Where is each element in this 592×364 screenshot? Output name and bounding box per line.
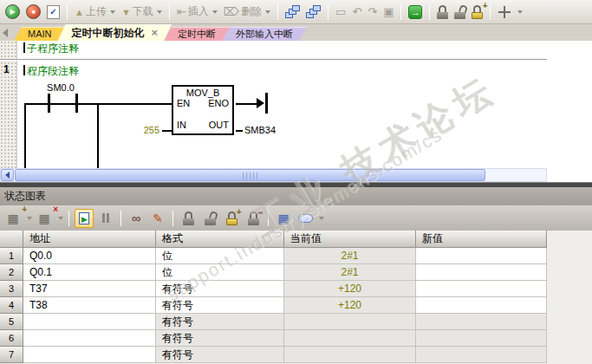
contact-operand[interactable]: SM0.0: [40, 82, 81, 93]
download-button[interactable]: ▼ 下载: [120, 3, 164, 22]
insert-row-button[interactable]: ▦ +: [3, 209, 23, 228]
read-all-button[interactable]: ∞: [127, 209, 146, 228]
contact-right-bar[interactable]: [75, 94, 78, 113]
tab-external-input-interrupt[interactable]: 外部输入中断: [222, 27, 307, 41]
format-cell[interactable]: 有符号: [156, 281, 284, 297]
current-value-cell[interactable]: [284, 347, 416, 363]
branch-tool-button[interactable]: [496, 3, 513, 22]
subroutine-comment[interactable]: 子程序注释: [27, 42, 79, 56]
force-button[interactable]: [435, 3, 450, 22]
pin-in: IN: [177, 120, 186, 130]
address-cell[interactable]: Q0.0: [23, 248, 156, 264]
row-number[interactable]: 2: [0, 264, 23, 281]
row-number[interactable]: 5: [0, 314, 23, 330]
row-number[interactable]: 4: [0, 297, 23, 314]
window-button[interactable]: ▭: [334, 3, 348, 22]
tab-main[interactable]: MAIN: [14, 27, 66, 41]
stop-mode-button[interactable]: ■: [24, 3, 42, 22]
goto-button[interactable]: →: [407, 3, 424, 22]
separator: [429, 4, 430, 20]
current-value-cell[interactable]: +120: [284, 281, 416, 297]
force-new-button[interactable]: +: [470, 3, 485, 22]
col-header-new[interactable]: 新值: [416, 231, 547, 248]
new-value-cell[interactable]: [416, 347, 547, 363]
window-icon: ▭: [335, 5, 346, 18]
scrollbar-left-button[interactable]: [1, 169, 14, 181]
format-cell[interactable]: 位: [156, 264, 284, 281]
col-header-address[interactable]: 地址: [23, 231, 156, 248]
trend-view-button[interactable]: [296, 209, 315, 228]
current-value-cell[interactable]: 2#1: [284, 248, 416, 264]
new-value-cell[interactable]: [416, 297, 547, 314]
new-value-cell[interactable]: [416, 248, 547, 264]
tab-timed-interrupt[interactable]: 定时中断: [164, 27, 230, 41]
contact-left-bar[interactable]: [48, 94, 50, 113]
compile-button[interactable]: ✓: [45, 3, 62, 22]
write-all-button[interactable]: ✎: [148, 209, 167, 228]
tab-timed-interrupt-init[interactable]: 定时中断初始化 ×: [58, 24, 172, 41]
new-value-cell[interactable]: [416, 264, 547, 281]
address-cell[interactable]: T37: [23, 281, 156, 297]
in-value[interactable]: 255: [137, 125, 159, 135]
chart-status-on-button[interactable]: ▶: [75, 209, 94, 228]
row-number[interactable]: 6: [0, 330, 23, 347]
address-cell[interactable]: Q0.1: [23, 264, 156, 281]
delete-button[interactable]: ⌦ 删除: [222, 3, 272, 22]
row-number[interactable]: 7: [0, 347, 23, 363]
current-value-cell[interactable]: [284, 314, 416, 330]
download-label: 下载: [133, 4, 153, 19]
col-header-format[interactable]: 格式: [156, 231, 284, 248]
pause-chart-button[interactable]: [96, 209, 115, 228]
format-cell[interactable]: 有符号: [156, 330, 284, 347]
new-value-cell[interactable]: [416, 330, 547, 347]
scrollbar-thumb[interactable]: [15, 169, 485, 181]
new-value-cell[interactable]: [416, 281, 547, 297]
new-value-cell[interactable]: [416, 314, 547, 330]
force-new-button[interactable]: +: [222, 209, 241, 228]
upload-arrow-icon: ▲: [75, 7, 84, 17]
tab-label: 外部输入中断: [236, 29, 293, 39]
current-value-cell[interactable]: [284, 330, 416, 347]
row-number[interactable]: 3: [0, 281, 23, 297]
row-number[interactable]: 1: [0, 248, 23, 264]
read-forced-button[interactable]: ∞: [244, 209, 263, 228]
address-cell[interactable]: T38: [23, 297, 156, 314]
status-on-icon: ▶: [79, 212, 89, 224]
horizontal-scrollbar[interactable]: [0, 168, 547, 182]
format-cell[interactable]: 有符号: [156, 297, 284, 314]
address-cell[interactable]: [23, 330, 156, 347]
mov-b-block[interactable]: MOV_B EN ENO IN OUT: [172, 85, 234, 135]
corner-cell: [0, 231, 23, 248]
comment-marker: [23, 65, 25, 75]
separator: [277, 4, 278, 20]
close-icon[interactable]: ×: [152, 28, 159, 38]
format-cell[interactable]: 有符号: [156, 347, 284, 363]
format-cell[interactable]: 位: [156, 248, 284, 264]
bookmark-button[interactable]: ▣: [381, 3, 395, 22]
address-cell[interactable]: [23, 314, 156, 330]
grid-view-button[interactable]: ▦: [274, 209, 293, 228]
tab-scroll-left-icon[interactable]: [3, 29, 8, 37]
force-button[interactable]: [179, 209, 198, 228]
current-value-cell[interactable]: 2#1: [284, 264, 416, 281]
network-comment[interactable]: 程序段注释: [27, 64, 79, 79]
program-structure-button[interactable]: [283, 3, 302, 22]
current-value-cell[interactable]: +120: [284, 297, 416, 314]
insert-button[interactable]: ⇤ 插入: [175, 3, 219, 22]
chevron-down-icon: [110, 10, 115, 14]
undo-button[interactable]: ↶: [350, 3, 363, 22]
format-cell[interactable]: 有符号: [156, 314, 284, 330]
out-operand[interactable]: SMB34: [244, 125, 276, 135]
redo-button[interactable]: ↷: [366, 3, 379, 22]
col-header-current[interactable]: 当前值: [284, 231, 416, 248]
upload-button[interactable]: ▲ 上传: [73, 3, 117, 22]
unforce-button[interactable]: [452, 3, 467, 22]
lock-icon: [183, 211, 194, 225]
symbol-table-button[interactable]: [304, 3, 322, 22]
unforce-button[interactable]: [200, 209, 219, 228]
run-mode-button[interactable]: ▶: [3, 3, 22, 22]
address-cell[interactable]: [23, 347, 156, 363]
insert-label: 插入: [188, 4, 209, 19]
delete-row-button[interactable]: ▦ ×: [35, 209, 54, 228]
pin-out: OUT: [209, 120, 229, 130]
